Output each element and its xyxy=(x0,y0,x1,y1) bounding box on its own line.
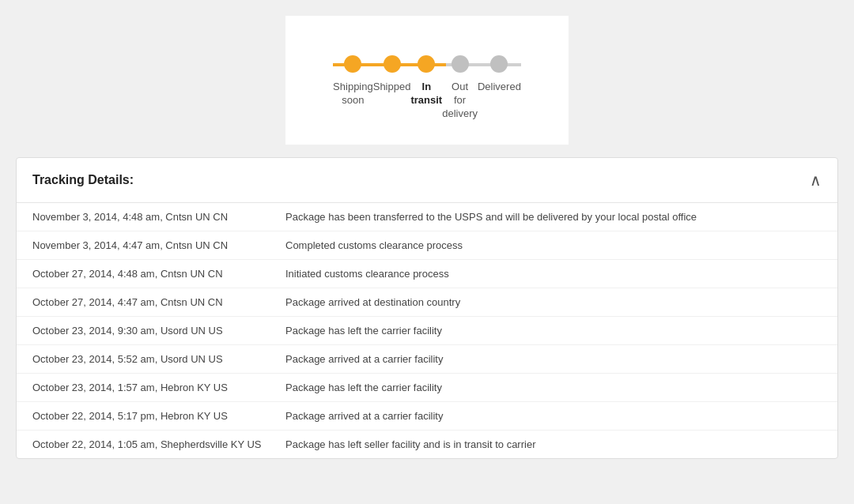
tracking-event: Package has been transferred to the USPS… xyxy=(285,211,822,223)
step-label-out-for-delivery: Out for delivery xyxy=(442,81,478,121)
tracking-date: October 27, 2014, 4:48 am, Cntsn UN CN xyxy=(32,268,285,280)
progress-track: Shipping soonShippedIn transitOut for de… xyxy=(333,39,521,121)
tracking-row: October 22, 2014, 1:05 am, Shepherdsvill… xyxy=(17,431,837,458)
tracking-event: Package arrived at destination country xyxy=(285,296,822,308)
tracking-date: October 23, 2014, 9:30 am, Usord UN US xyxy=(32,325,285,337)
tracking-date: October 23, 2014, 1:57 am, Hebron KY US xyxy=(32,382,285,393)
tracking-date: November 3, 2014, 4:47 am, Cntsn UN CN xyxy=(32,239,285,251)
tracking-event: Initiated customs clearance process xyxy=(285,268,822,280)
step-dot-shipping-soon xyxy=(344,55,361,73)
step-dot-out-for-delivery xyxy=(452,55,469,73)
tracking-event: Package has left the carrier facility xyxy=(285,382,822,393)
tracking-date: October 23, 2014, 5:52 am, Usord UN US xyxy=(32,353,285,365)
step-delivered: Delivered xyxy=(478,55,521,121)
collapse-icon[interactable]: ∧ xyxy=(810,171,822,190)
step-in-transit: In transit xyxy=(410,55,442,121)
tracking-rows-container: November 3, 2014, 4:48 am, Cntsn UN CNPa… xyxy=(17,203,837,458)
tracking-event: Package arrived at a carrier facility xyxy=(285,410,822,422)
tracking-date: November 3, 2014, 4:48 am, Cntsn UN CN xyxy=(32,211,285,223)
tracking-date: October 22, 2014, 1:05 am, Shepherdsvill… xyxy=(32,438,285,450)
steps: Shipping soonShippedIn transitOut for de… xyxy=(333,55,521,121)
step-dot-shipped xyxy=(384,55,401,73)
tracking-event: Package arrived at a carrier facility xyxy=(285,353,822,365)
tracking-row: November 3, 2014, 4:47 am, Cntsn UN CNCo… xyxy=(17,231,837,260)
step-label-delivered: Delivered xyxy=(478,81,521,94)
step-label-shipped: Shipped xyxy=(373,81,411,94)
tracking-date: October 27, 2014, 4:47 am, Cntsn UN CN xyxy=(32,296,285,308)
tracking-event: Package has left the carrier facility xyxy=(285,325,822,337)
progress-section: Shipping soonShippedIn transitOut for de… xyxy=(285,16,569,145)
step-dot-delivered xyxy=(490,55,508,73)
step-label-in-transit: In transit xyxy=(410,81,442,107)
tracking-row: October 23, 2014, 5:52 am, Usord UN USPa… xyxy=(17,345,837,374)
tracking-row: November 3, 2014, 4:48 am, Cntsn UN CNPa… xyxy=(17,203,837,231)
tracking-header: Tracking Details: ∧ xyxy=(17,158,837,203)
tracking-row: October 27, 2014, 4:48 am, Cntsn UN CNIn… xyxy=(17,260,837,288)
tracking-row: October 27, 2014, 4:47 am, Cntsn UN CNPa… xyxy=(17,288,837,317)
tracking-row: October 22, 2014, 5:17 pm, Hebron KY USP… xyxy=(17,402,837,431)
tracking-event: Completed customs clearance process xyxy=(285,239,822,251)
tracking-row: October 23, 2014, 9:30 am, Usord UN USPa… xyxy=(17,317,837,345)
step-shipped: Shipped xyxy=(373,55,411,121)
tracking-event: Package has left seller facility and is … xyxy=(285,438,822,450)
step-label-shipping-soon: Shipping soon xyxy=(333,81,373,107)
tracking-date: October 22, 2014, 5:17 pm, Hebron KY US xyxy=(32,410,285,422)
tracking-row: October 23, 2014, 1:57 am, Hebron KY USP… xyxy=(17,374,837,402)
tracking-section: Tracking Details: ∧ November 3, 2014, 4:… xyxy=(16,157,838,459)
step-shipping-soon: Shipping soon xyxy=(333,55,373,121)
step-dot-in-transit xyxy=(418,55,435,73)
tracking-title: Tracking Details: xyxy=(32,173,134,187)
step-out-for-delivery: Out for delivery xyxy=(442,55,478,121)
